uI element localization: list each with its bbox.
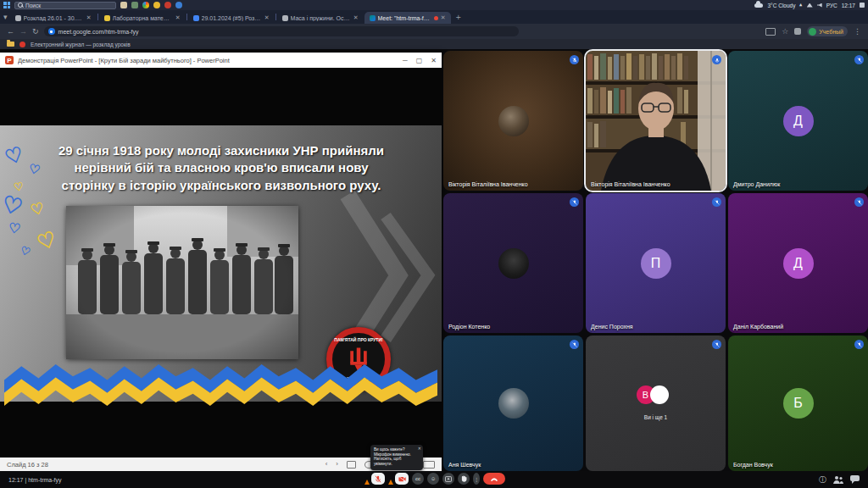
mic-muted-icon <box>854 197 864 207</box>
participant-tile[interactable]: Родіон Котенко <box>443 193 583 333</box>
keyboard-lang[interactable]: РУС <box>826 3 837 8</box>
tab-schedule[interactable]: Розклад 26.01 - 30.01.2024 ✕ <box>10 12 97 24</box>
tab-physics[interactable]: Маса і пружини. Основи ✕ <box>277 12 364 24</box>
participant-tile[interactable]: Б Богдан Вовчук <box>728 336 868 471</box>
reactions-button[interactable]: ☺ <box>427 473 439 485</box>
tab-close-icon[interactable]: ✕ <box>353 14 359 21</box>
people-icon[interactable] <box>833 475 843 484</box>
tab-close-icon[interactable]: ✕ <box>264 14 270 21</box>
chat-icon[interactable] <box>850 475 860 484</box>
powerpoint-titlebar[interactable]: P Демонстрація PowerPoint - [Крути Бій з… <box>0 53 442 68</box>
meet-favicon <box>370 15 376 21</box>
address-bar[interactable]: meet.google.com/htm-trma-fyy <box>44 26 519 36</box>
slide-area: ♡ ♡ ♡ ♡ ♡ ♡ ♡ ♡ 29 січня 1918 року молод… <box>0 68 442 458</box>
tab-search-icon[interactable]: ▾ <box>3 14 8 21</box>
tray-expand-icon[interactable]: ▾ <box>799 2 802 8</box>
tab-math-lab[interactable]: Лабораторна математика ✕ <box>99 12 186 24</box>
cast-icon[interactable] <box>765 28 776 36</box>
next-slide-button[interactable]: › <box>336 461 338 468</box>
raise-hand-button[interactable] <box>458 473 470 485</box>
participant-tile[interactable]: Д Дмитро Данилюк <box>728 51 868 191</box>
back-button[interactable]: ← <box>7 28 14 36</box>
heart-icon: ♡ <box>8 221 21 236</box>
avatar <box>498 106 529 136</box>
extensions-puzzle-icon[interactable] <box>794 28 801 35</box>
notification-center-icon[interactable] <box>860 3 865 8</box>
minimize-button[interactable]: ─ <box>403 57 408 64</box>
letter-avatar: Д <box>783 248 814 279</box>
bookmark-favicon <box>19 42 25 47</box>
participant-tile-speaking[interactable]: Вікторія Віталіївна Іванченко <box>586 51 726 191</box>
camera-button[interactable] <box>395 473 409 485</box>
folder-app-icon[interactable] <box>120 2 127 8</box>
toast-close-icon[interactable]: ✕ <box>418 446 421 451</box>
leave-call-button[interactable] <box>483 473 505 485</box>
slide-sorter-icon[interactable] <box>347 461 356 469</box>
slideshow-view-icon[interactable] <box>423 461 435 469</box>
weather-text[interactable]: 3°C Cloudy <box>767 3 795 8</box>
mic-active-icon <box>712 55 721 64</box>
profile-avatar <box>809 28 816 36</box>
tab-favicon <box>282 15 288 21</box>
start-button[interactable] <box>3 2 10 8</box>
mic-muted-icon <box>570 197 579 207</box>
search-placeholder: Поиск <box>25 3 41 8</box>
chrome-app-icon[interactable] <box>142 2 149 8</box>
mic-muted-icon <box>712 340 721 349</box>
tab-lesson[interactable]: 29.01.2024 (#5) Розв'язування ✕ <box>188 12 275 24</box>
browser-tabstrip: ▾ Розклад 26.01 - 30.01.2024 ✕ Лаборатор… <box>0 10 868 24</box>
profile-chip[interactable]: Учебный <box>807 26 848 36</box>
browser-menu-icon[interactable]: ⋮ <box>854 28 861 36</box>
volume-icon[interactable] <box>817 3 822 8</box>
bookmarks-folder-icon[interactable] <box>7 42 14 47</box>
info-icon[interactable]: ⓘ <box>819 476 826 484</box>
participant-tile[interactable]: Аня Шевчук <box>443 336 583 471</box>
reload-button[interactable]: ↻ <box>32 28 39 36</box>
clock[interactable]: 12:17 <box>842 3 855 8</box>
site-info-icon[interactable] <box>48 28 55 35</box>
captions-button[interactable]: cc <box>412 473 424 485</box>
bookmark-star-icon[interactable]: ☆ <box>782 28 788 36</box>
close-button[interactable]: ✕ <box>431 57 437 64</box>
more-options-button[interactable]: ⋮ <box>473 473 480 485</box>
tab-close-icon[interactable]: ✕ <box>441 14 446 21</box>
you-tile[interactable]: В Ви і ще 1 <box>586 336 726 471</box>
meeting-code: 12:17 | htm-trma-fyy <box>8 477 62 483</box>
letter-avatar: П <box>641 248 671 279</box>
slide-headline: 29 січня 1918 року молоді захисники УНР … <box>19 142 424 194</box>
tab-favicon <box>15 15 21 21</box>
maximize-button[interactable]: ▢ <box>416 57 423 64</box>
participant-tile[interactable]: П Денис Порохня <box>586 193 726 333</box>
mic-muted-icon <box>854 340 864 349</box>
letter-avatar: Б <box>783 388 814 419</box>
yellow-app-icon[interactable] <box>153 2 160 8</box>
mic-muted-icon <box>854 55 864 64</box>
participant-tile[interactable]: Вікторія Віталіївна Іванченко <box>443 51 583 191</box>
tab-close-icon[interactable]: ✕ <box>175 14 181 21</box>
participant-tile[interactable]: Д Даніл Карбований <box>728 193 868 333</box>
avatar <box>498 248 529 279</box>
red-app-icon[interactable] <box>164 2 171 8</box>
flag-wave <box>4 359 437 408</box>
present-screen-button[interactable] <box>442 473 454 485</box>
merged-avatars: В <box>637 385 676 404</box>
companion-avatar <box>650 385 669 404</box>
wifi-icon[interactable] <box>807 3 813 8</box>
previous-slide-button[interactable]: ‹ <box>326 461 328 468</box>
mic-toast: ✕ Ви щось кажете? Мікрофон вимкнено. Нат… <box>370 445 423 470</box>
bookmark-item[interactable]: Електронний журнал — розклад уроків <box>31 42 131 47</box>
teacher-video <box>586 51 726 191</box>
call-controls: cc ☺ ⋮ <box>364 473 505 485</box>
forward-button[interactable]: → <box>19 28 27 36</box>
avatar <box>498 388 529 419</box>
taskbar-search[interactable]: Поиск <box>14 2 116 9</box>
blue-app-icon[interactable] <box>175 2 182 8</box>
meet-stage: P Демонстрація PowerPoint - [Крути Бій з… <box>0 49 868 488</box>
tab-meet-active[interactable]: Meet: "htm-trma-fyy" ✕ <box>364 12 451 24</box>
tab-close-icon[interactable]: ✕ <box>86 14 92 21</box>
mic-button[interactable] <box>371 473 385 485</box>
mic-muted-icon <box>570 55 579 64</box>
search-icon <box>18 3 23 8</box>
new-tab-button[interactable]: ＋ <box>454 13 463 21</box>
photos-app-icon[interactable] <box>131 2 138 8</box>
